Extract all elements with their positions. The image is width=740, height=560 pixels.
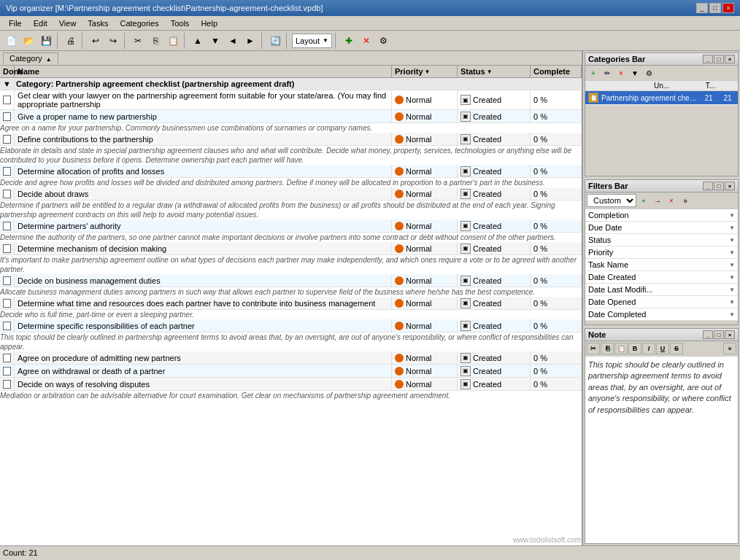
right-button[interactable]: ► (242, 33, 258, 49)
filter-delete-button[interactable]: × (665, 195, 678, 206)
task-checkbox[interactable] (0, 219, 15, 232)
note-minimize-button[interactable]: _ (703, 330, 713, 339)
menu-categories[interactable]: Categories (114, 18, 164, 29)
task-complete[interactable]: 0 % (531, 351, 582, 364)
task-table[interactable]: Done Name Priority ▼ Status ▼ Complete (0, 66, 582, 545)
task-checkbox[interactable] (0, 133, 15, 145)
panel-restore-button[interactable]: □ (714, 55, 724, 63)
task-complete[interactable]: 0 % (531, 187, 582, 200)
task-name[interactable]: Agree on procedure of admitting new part… (15, 351, 392, 364)
th-name[interactable]: Name (15, 66, 392, 77)
refresh-button[interactable]: 🔄 (267, 33, 283, 49)
task-checkbox[interactable] (0, 90, 15, 109)
new-button[interactable]: 📄 (3, 33, 19, 49)
task-name[interactable]: Give a proper name to new partnership (15, 110, 392, 122)
task-checkbox[interactable] (0, 110, 15, 122)
th-priority[interactable]: Priority ▼ (392, 66, 458, 77)
note-expand-button[interactable]: » (723, 343, 736, 354)
task-status[interactable]: ▣ Created (458, 274, 531, 287)
close-button[interactable]: × (722, 3, 734, 13)
task-checkbox[interactable] (0, 187, 15, 200)
filter-item[interactable]: Completion ▼ (585, 209, 738, 222)
filter-item[interactable]: Priority ▼ (585, 246, 738, 259)
filter-item[interactable]: Date Completed ▼ (585, 308, 738, 321)
filter-item[interactable]: Status ▼ (585, 234, 738, 246)
task-priority[interactable]: Normal (392, 319, 458, 332)
task-status[interactable]: ▣ Created (458, 365, 531, 377)
add-task-button[interactable]: ✚ (341, 33, 357, 49)
menu-tasks[interactable]: Tasks (82, 18, 114, 29)
th-complete[interactable]: Complete (531, 66, 582, 77)
note-cut-button[interactable]: ✂ (587, 343, 600, 354)
note-underline-button[interactable]: U (656, 343, 669, 354)
task-status[interactable]: ▣ Created (458, 187, 531, 200)
task-checkbox[interactable] (0, 365, 15, 377)
cat-edit-button[interactable]: ✏ (601, 67, 614, 79)
filter-arrow-button[interactable]: → (651, 195, 664, 206)
copy-button[interactable]: ⎘ (147, 33, 163, 49)
task-name[interactable]: Determine partners' authority (15, 219, 392, 232)
task-priority[interactable]: Normal (392, 297, 458, 309)
task-complete[interactable]: 0 % (531, 319, 582, 332)
task-name[interactable]: Decide on ways of resolving disputes (15, 378, 392, 390)
task-priority[interactable]: Normal (392, 187, 458, 200)
collapse-icon[interactable]: ▼ (3, 79, 11, 88)
menu-view[interactable]: View (53, 18, 82, 29)
task-name[interactable]: Decide about draws (15, 187, 392, 200)
paste-button[interactable]: 📋 (165, 33, 181, 49)
task-priority[interactable]: Normal (392, 165, 458, 177)
filter-item[interactable]: Task Name ▼ (585, 259, 738, 271)
task-status[interactable]: ▣ Created (458, 133, 531, 145)
task-name[interactable]: Determine what time and resources does e… (15, 297, 392, 309)
task-complete[interactable]: 0 % (531, 110, 582, 122)
layout-dropdown[interactable]: Layout ▼ (292, 34, 332, 48)
task-status[interactable]: ▣ Created (458, 90, 531, 109)
filter-add-button[interactable]: + (637, 195, 650, 206)
task-complete[interactable]: 0 % (531, 274, 582, 287)
note-bold-button[interactable]: B (628, 343, 641, 354)
task-status[interactable]: ▣ Created (458, 242, 531, 254)
cut-button[interactable]: ✂ (130, 33, 146, 49)
down-button[interactable]: ▼ (207, 33, 223, 49)
task-priority[interactable]: Normal (392, 365, 458, 377)
task-checkbox[interactable] (0, 351, 15, 364)
open-button[interactable]: 📂 (20, 33, 36, 49)
minimize-button[interactable]: _ (696, 3, 708, 13)
task-status[interactable]: ▣ Created (458, 319, 531, 332)
filter-more-button[interactable]: » (679, 195, 692, 206)
task-name[interactable]: Get clear with your lawyer on the partne… (15, 90, 392, 109)
task-complete[interactable]: 0 % (531, 378, 582, 390)
filter-item[interactable]: Date Last Modifi... ▼ (585, 284, 738, 296)
cat-add-button[interactable]: + (587, 67, 600, 79)
task-status[interactable]: ▣ Created (458, 219, 531, 232)
menu-file[interactable]: File (3, 18, 28, 29)
task-status[interactable]: ▣ Created (458, 297, 531, 309)
task-complete[interactable]: 0 % (531, 365, 582, 377)
task-priority[interactable]: Normal (392, 110, 458, 122)
task-checkbox[interactable] (0, 319, 15, 332)
save-button[interactable]: 💾 (38, 33, 54, 49)
task-complete[interactable]: 0 % (531, 133, 582, 145)
settings-button[interactable]: ⚙ (376, 33, 392, 49)
filter-item[interactable]: Date Opened ▼ (585, 296, 738, 308)
maximize-button[interactable]: □ (709, 3, 721, 13)
task-priority[interactable]: Normal (392, 351, 458, 364)
note-close-button[interactable]: × (725, 330, 735, 339)
task-name[interactable]: Determine mechanism of decision making (15, 242, 392, 254)
task-status[interactable]: ▣ Created (458, 165, 531, 177)
filter-item[interactable]: Due Date ▼ (585, 222, 738, 234)
left-button[interactable]: ◄ (225, 33, 241, 49)
note-content-area[interactable]: This topic should be clearly outlined in… (585, 357, 738, 543)
task-checkbox[interactable] (0, 274, 15, 287)
panel-minimize-button[interactable]: _ (703, 55, 713, 63)
undo-button[interactable]: ↩ (88, 33, 104, 49)
task-name[interactable]: Agree on withdrawal or death of a partne… (15, 365, 392, 377)
task-complete[interactable]: 0 % (531, 90, 582, 109)
task-name[interactable]: Determine allocation of profits and loss… (15, 165, 392, 177)
up-button[interactable]: ▲ (190, 33, 206, 49)
task-name[interactable]: Determine specific responsibilities of e… (15, 319, 392, 332)
task-complete[interactable]: 0 % (531, 297, 582, 309)
panel-close-button[interactable]: × (725, 55, 735, 63)
task-status[interactable]: ▣ Created (458, 110, 531, 122)
note-copy-button[interactable]: ⎘ (601, 343, 614, 354)
